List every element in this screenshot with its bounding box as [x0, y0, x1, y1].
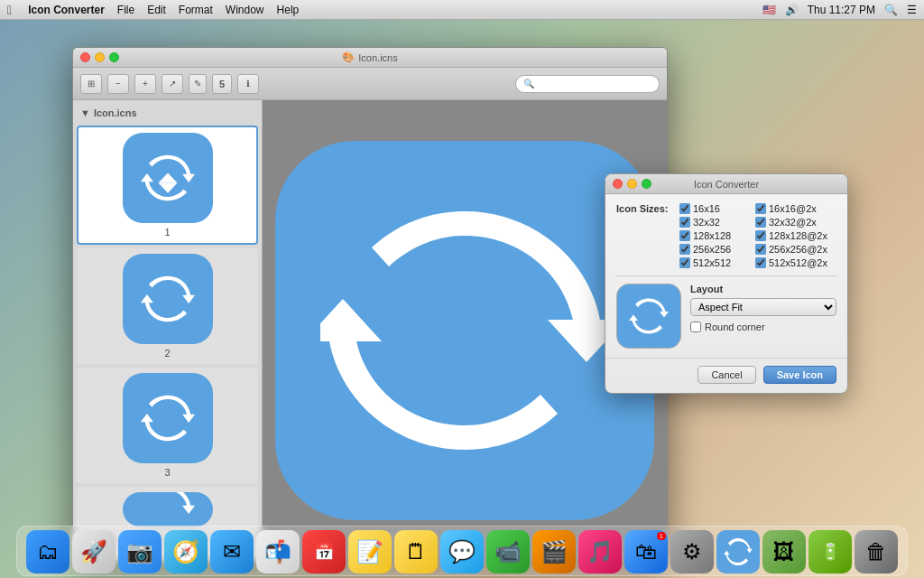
- dialog-preview: [616, 284, 681, 349]
- menu-format[interactable]: Format: [179, 4, 213, 16]
- dock-mail[interactable]: ✉: [210, 530, 254, 573]
- window-titlebar: 🎨 Icon.icns: [73, 48, 667, 68]
- icon-sizes-label: Icon Sizes:: [616, 203, 679, 214]
- dialog-close-button[interactable]: [613, 179, 623, 189]
- dock-safari[interactable]: 🧭: [164, 530, 208, 573]
- menubar:  Icon Converter File Edit Format Window…: [0, 0, 924, 20]
- flag-icon: 🇺🇸: [762, 4, 776, 16]
- app-window: 🎨 Icon.icns ⊞ − + ↗ ✎ 5 ℹ 🔍 ▼ Icon.icns: [72, 47, 668, 562]
- checkboxes-grid: 16x16 16x16@2x 32x32 32x32@2x: [679, 203, 827, 268]
- checkbox-16x16-2x-input[interactable]: [755, 203, 766, 214]
- sidebar-icon-2: [123, 254, 213, 344]
- sidebar-item-3[interactable]: 3: [77, 368, 258, 483]
- checkbox-16x16-label: 16x16: [693, 203, 720, 214]
- sidebar-item[interactable]: 1: [77, 126, 258, 245]
- checkbox-16x16-2x-label: 16x16@2x: [769, 203, 817, 214]
- dock-facetime[interactable]: 📹: [486, 530, 530, 573]
- checkbox-128x128-input[interactable]: [679, 230, 690, 241]
- dock-settings[interactable]: ⚙: [670, 530, 714, 573]
- checkbox-256x256-input[interactable]: [679, 244, 690, 255]
- dialog-min-button[interactable]: [627, 179, 637, 189]
- menubar-right: 🇺🇸 🔊 Thu 11:27 PM 🔍 ☰: [762, 4, 917, 16]
- sidebar-label-2: 2: [164, 348, 170, 359]
- sidebar-items: 1 2: [73, 122, 262, 536]
- checkbox-128x128-2x-input[interactable]: [755, 230, 766, 241]
- checkbox-32x32-input[interactable]: [679, 217, 690, 228]
- dock-appstore[interactable]: 🛍 1: [624, 530, 668, 573]
- share-button[interactable]: ↗: [162, 74, 183, 94]
- title-icon: 🎨: [342, 51, 355, 63]
- round-corner-row: Round corner: [690, 322, 836, 332]
- menu-file[interactable]: File: [117, 4, 134, 16]
- dock: 🗂 🚀 📷 🧭 ✉ 📬 📅 📝 🗒 💬 📹 🎬 🎵 🛍 1 ⚙ 🖼 🔋 🗑: [16, 526, 908, 576]
- dialog-max-button[interactable]: [642, 179, 651, 189]
- window-toolbar: ⊞ − + ↗ ✎ 5 ℹ 🔍: [73, 68, 667, 100]
- checkbox-256x256-label: 256x256: [693, 244, 731, 255]
- checkbox-512x512-2x: 512x512@2x: [755, 257, 827, 268]
- zoom-out-button[interactable]: −: [107, 74, 129, 94]
- volume-icon[interactable]: 🔊: [785, 4, 799, 16]
- checkbox-512x512-input[interactable]: [679, 257, 690, 268]
- dialog: Icon Converter Icon Sizes: 16x16 16x16@2…: [605, 173, 848, 394]
- dock-videos[interactable]: 🎬: [532, 530, 576, 573]
- checkbox-32x32-2x-input[interactable]: [755, 217, 766, 228]
- sidebar-icon-3: [123, 373, 213, 463]
- search-icon[interactable]: 🔍: [884, 4, 898, 16]
- apple-menu[interactable]: : [7, 3, 12, 17]
- edit-button[interactable]: ✎: [189, 74, 207, 94]
- sidebar-icon-4: [123, 492, 213, 527]
- dock-calendar[interactable]: 📅: [302, 530, 346, 573]
- desktop: 🎨 Icon.icns ⊞ − + ↗ ✎ 5 ℹ 🔍 ▼ Icon.icns: [0, 20, 924, 578]
- sidebar-item-2[interactable]: 2: [77, 248, 258, 364]
- dock-iphoto[interactable]: 🖼: [762, 530, 806, 573]
- icon-sizes-row: Icon Sizes: 16x16 16x16@2x 32x32: [616, 203, 836, 268]
- menu-edit[interactable]: Edit: [147, 4, 166, 16]
- dock-stickies[interactable]: 🗒: [394, 530, 438, 573]
- checkbox-512x512-label: 512x512: [693, 257, 731, 268]
- checkbox-16x16-input[interactable]: [679, 203, 690, 214]
- checkbox-512x512: 512x512: [679, 257, 752, 268]
- menu-extra-icon[interactable]: ☰: [907, 4, 917, 16]
- dock-finder[interactable]: 🗂: [26, 530, 69, 573]
- menu-window[interactable]: Window: [226, 4, 264, 16]
- checkbox-512x512-2x-input[interactable]: [755, 257, 766, 268]
- checkbox-32x32: 32x32: [679, 217, 752, 228]
- dock-contacts[interactable]: 📬: [256, 530, 300, 573]
- dock-rocket[interactable]: 🚀: [72, 530, 116, 573]
- close-button[interactable]: [80, 52, 90, 62]
- main-icon: [275, 141, 654, 520]
- dialog-titlebar: Icon Converter: [605, 174, 847, 194]
- zoom-in-button[interactable]: +: [134, 74, 156, 94]
- dialog-body: Icon Sizes: 16x16 16x16@2x 32x32: [605, 194, 847, 358]
- dock-battery[interactable]: 🔋: [808, 530, 852, 573]
- menu-help[interactable]: Help: [277, 4, 300, 16]
- grid-view-button[interactable]: ⊞: [80, 74, 102, 94]
- dialog-title: Icon Converter: [694, 179, 759, 190]
- disclosure-icon: ▼: [80, 107, 90, 118]
- checkbox-32x32-2x: 32x32@2x: [755, 217, 827, 228]
- window-title: 🎨 Icon.icns: [342, 51, 397, 63]
- toolbar-search[interactable]: 🔍: [515, 75, 660, 93]
- clock: Thu 11:27 PM: [808, 4, 875, 16]
- count-button[interactable]: 5: [212, 74, 232, 94]
- sidebar: ▼ Icon.icns 1: [73, 100, 263, 561]
- menu-app-name[interactable]: Icon Converter: [28, 4, 105, 16]
- dock-music[interactable]: 🎵: [578, 530, 622, 573]
- save-icon-button[interactable]: Save Icon: [763, 366, 836, 384]
- checkbox-16x16: 16x16: [679, 203, 752, 214]
- dock-notes[interactable]: 📝: [348, 530, 392, 573]
- dialog-buttons: Cancel Save Icon: [605, 358, 847, 393]
- dock-messages[interactable]: 💬: [440, 530, 484, 573]
- round-corner-checkbox[interactable]: [690, 322, 701, 332]
- maximize-button[interactable]: [109, 52, 119, 62]
- dock-trash[interactable]: 🗑: [855, 530, 898, 573]
- dock-photos2[interactable]: 📷: [118, 530, 162, 573]
- dock-icon-converter[interactable]: [716, 530, 760, 573]
- checkbox-256x256-2x-input[interactable]: [755, 244, 766, 255]
- info-button[interactable]: ℹ: [237, 74, 259, 94]
- badge: 1: [657, 532, 666, 540]
- cancel-button[interactable]: Cancel: [698, 366, 755, 384]
- checkbox-256x256-2x: 256x256@2x: [755, 244, 827, 255]
- minimize-button[interactable]: [95, 52, 105, 62]
- layout-select[interactable]: Aspect Fit Aspect Fill Stretch: [690, 298, 836, 316]
